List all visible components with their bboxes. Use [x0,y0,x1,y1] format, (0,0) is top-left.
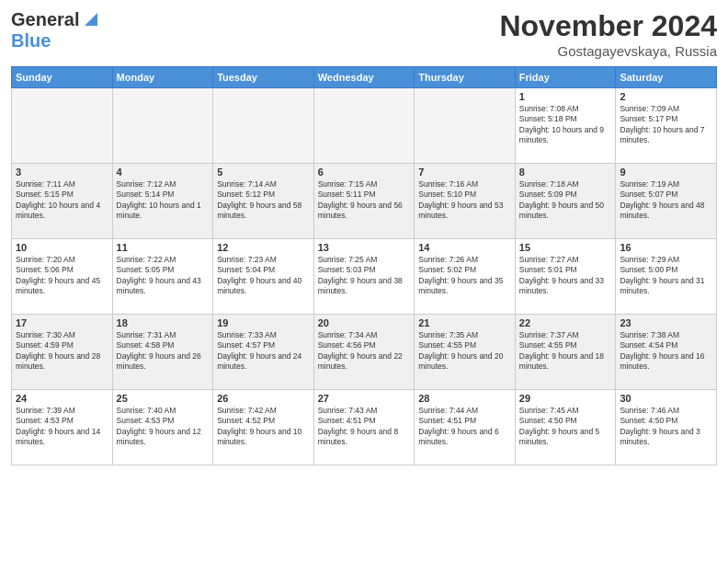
day-info: Sunrise: 7:14 AM Sunset: 5:12 PM Dayligh… [217,179,310,222]
day-number: 25 [117,393,210,404]
day-info: Sunrise: 7:27 AM Sunset: 5:01 PM Dayligh… [519,255,612,297]
calendar-table: SundayMondayTuesdayWednesdayThursdayFrid… [11,66,717,465]
week-row-1: 1Sunrise: 7:08 AM Sunset: 5:18 PM Daylig… [12,88,717,164]
day-number: 20 [318,317,411,328]
day-number: 6 [318,167,411,178]
calendar-cell: 21Sunrise: 7:35 AM Sunset: 4:55 PM Dayli… [415,315,516,390]
calendar-cell [313,88,415,164]
day-info: Sunrise: 7:08 AM Sunset: 5:18 PM Dayligh… [519,104,612,146]
calendar-cell: 17Sunrise: 7:30 AM Sunset: 4:59 PM Dayli… [12,315,113,390]
day-info: Sunrise: 7:15 AM Sunset: 5:11 PM Dayligh… [318,179,411,222]
day-info: Sunrise: 7:18 AM Sunset: 5:09 PM Dayligh… [519,179,612,222]
day-header-saturday: Saturday [616,67,717,88]
day-number: 23 [620,317,712,328]
day-number: 10 [16,242,108,253]
calendar-cell: 24Sunrise: 7:39 AM Sunset: 4:53 PM Dayli… [12,390,113,465]
day-number: 21 [418,317,511,328]
day-number: 24 [16,393,108,404]
day-info: Sunrise: 7:45 AM Sunset: 4:50 PM Dayligh… [519,406,612,448]
day-info: Sunrise: 7:12 AM Sunset: 5:14 PM Dayligh… [117,179,210,222]
calendar-cell [213,88,314,164]
calendar-cell [12,88,113,164]
day-info: Sunrise: 7:20 AM Sunset: 5:06 PM Dayligh… [16,255,108,297]
day-info: Sunrise: 7:19 AM Sunset: 5:07 PM Dayligh… [620,179,712,222]
week-row-3: 10Sunrise: 7:20 AM Sunset: 5:06 PM Dayli… [12,239,717,315]
calendar-cell: 11Sunrise: 7:22 AM Sunset: 5:05 PM Dayli… [112,239,213,315]
day-info: Sunrise: 7:44 AM Sunset: 4:51 PM Dayligh… [418,406,511,448]
day-header-wednesday: Wednesday [313,67,415,88]
calendar-cell: 23Sunrise: 7:38 AM Sunset: 4:54 PM Dayli… [616,315,717,390]
day-info: Sunrise: 7:29 AM Sunset: 5:00 PM Dayligh… [620,255,712,297]
day-number: 15 [519,242,612,253]
logo-general: General [11,9,79,30]
logo-icon [81,11,97,28]
day-number: 14 [418,242,511,253]
calendar-cell: 18Sunrise: 7:31 AM Sunset: 4:58 PM Dayli… [112,315,213,390]
calendar-cell: 27Sunrise: 7:43 AM Sunset: 4:51 PM Dayli… [313,390,415,465]
day-info: Sunrise: 7:33 AM Sunset: 4:57 PM Dayligh… [217,330,310,373]
calendar-cell: 16Sunrise: 7:29 AM Sunset: 5:00 PM Dayli… [616,239,717,315]
day-number: 18 [117,317,210,328]
day-number: 17 [16,317,108,328]
day-info: Sunrise: 7:22 AM Sunset: 5:05 PM Dayligh… [117,255,210,297]
calendar-cell [112,88,213,164]
day-info: Sunrise: 7:30 AM Sunset: 4:59 PM Dayligh… [16,330,108,373]
day-info: Sunrise: 7:35 AM Sunset: 4:55 PM Dayligh… [418,330,511,373]
day-number: 7 [418,167,511,178]
day-header-friday: Friday [515,67,616,88]
calendar-cell: 4Sunrise: 7:12 AM Sunset: 5:14 PM Daylig… [112,164,213,239]
day-info: Sunrise: 7:46 AM Sunset: 4:50 PM Dayligh… [620,406,712,448]
day-number: 26 [217,393,310,404]
calendar-cell: 20Sunrise: 7:34 AM Sunset: 4:56 PM Dayli… [313,315,415,390]
day-header-thursday: Thursday [415,67,516,88]
calendar-cell: 10Sunrise: 7:20 AM Sunset: 5:06 PM Dayli… [12,239,113,315]
day-number: 19 [217,317,310,328]
calendar-cell: 5Sunrise: 7:14 AM Sunset: 5:12 PM Daylig… [213,164,314,239]
day-info: Sunrise: 7:11 AM Sunset: 5:15 PM Dayligh… [16,179,108,222]
day-header-tuesday: Tuesday [213,67,314,88]
day-number: 12 [217,242,310,253]
calendar-cell: 29Sunrise: 7:45 AM Sunset: 4:50 PM Dayli… [515,390,616,465]
day-info: Sunrise: 7:39 AM Sunset: 4:53 PM Dayligh… [16,406,108,448]
calendar-cell: 15Sunrise: 7:27 AM Sunset: 5:01 PM Dayli… [515,239,616,315]
day-number: 5 [217,167,310,178]
calendar-cell: 9Sunrise: 7:19 AM Sunset: 5:07 PM Daylig… [616,164,717,239]
day-number: 9 [620,167,712,178]
day-number: 2 [620,91,712,102]
day-info: Sunrise: 7:25 AM Sunset: 5:03 PM Dayligh… [318,255,411,297]
day-header-monday: Monday [112,67,213,88]
day-info: Sunrise: 7:34 AM Sunset: 4:56 PM Dayligh… [318,330,411,373]
calendar-cell: 26Sunrise: 7:42 AM Sunset: 4:52 PM Dayli… [213,390,314,465]
day-info: Sunrise: 7:09 AM Sunset: 5:17 PM Dayligh… [620,104,712,146]
day-number: 30 [620,393,712,404]
logo-blue: Blue [11,30,51,51]
day-number: 22 [519,317,612,328]
day-number: 28 [418,393,511,404]
day-info: Sunrise: 7:38 AM Sunset: 4:54 PM Dayligh… [620,330,712,373]
day-number: 4 [117,167,210,178]
calendar-cell: 25Sunrise: 7:40 AM Sunset: 4:53 PM Dayli… [112,390,213,465]
calendar-cell: 19Sunrise: 7:33 AM Sunset: 4:57 PM Dayli… [213,315,314,390]
week-row-2: 3Sunrise: 7:11 AM Sunset: 5:15 PM Daylig… [12,164,717,239]
day-number: 3 [16,167,108,178]
day-info: Sunrise: 7:31 AM Sunset: 4:58 PM Dayligh… [117,330,210,373]
calendar-cell: 22Sunrise: 7:37 AM Sunset: 4:55 PM Dayli… [515,315,616,390]
calendar-cell: 13Sunrise: 7:25 AM Sunset: 5:03 PM Dayli… [313,239,415,315]
calendar-cell: 2Sunrise: 7:09 AM Sunset: 5:17 PM Daylig… [616,88,717,164]
week-row-4: 17Sunrise: 7:30 AM Sunset: 4:59 PM Dayli… [12,315,717,390]
day-number: 8 [519,167,612,178]
day-info: Sunrise: 7:23 AM Sunset: 5:04 PM Dayligh… [217,255,310,297]
day-info: Sunrise: 7:26 AM Sunset: 5:02 PM Dayligh… [418,255,511,297]
page-container: General Blue November 2024 Gostagayevska… [0,0,728,473]
day-number: 11 [117,242,210,253]
calendar-cell [415,88,516,164]
calendar-cell: 28Sunrise: 7:44 AM Sunset: 4:51 PM Dayli… [415,390,516,465]
calendar-cell: 7Sunrise: 7:16 AM Sunset: 5:10 PM Daylig… [415,164,516,239]
logo: General Blue [11,9,97,52]
day-number: 27 [318,393,411,404]
month-title: November 2024 [499,9,717,43]
day-number: 16 [620,242,712,253]
calendar-cell: 8Sunrise: 7:18 AM Sunset: 5:09 PM Daylig… [515,164,616,239]
day-header-sunday: Sunday [12,67,113,88]
day-info: Sunrise: 7:42 AM Sunset: 4:52 PM Dayligh… [217,406,310,448]
